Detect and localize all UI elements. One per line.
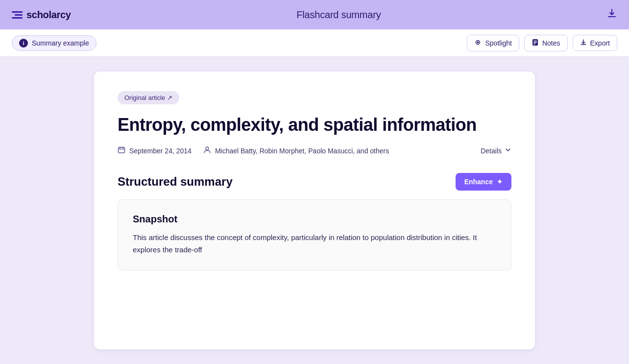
spotlight-button[interactable]: Spotlight — [467, 35, 519, 51]
spotlight-icon — [474, 39, 482, 48]
export-label: Export — [590, 39, 610, 47]
chevron-down-icon — [505, 146, 511, 155]
logo-icon — [12, 11, 23, 19]
original-article-label: Original article ↗ — [124, 94, 172, 101]
download-button[interactable] — [606, 8, 617, 22]
calendar-icon — [118, 146, 125, 155]
main-content: Original article ↗ Entropy, complexity, … — [0, 57, 629, 364]
app-name: scholarcy — [26, 9, 71, 21]
logo-area: scholarcy — [12, 9, 71, 21]
svg-point-1 — [477, 41, 479, 43]
notes-button[interactable]: Notes — [524, 35, 568, 51]
export-button[interactable]: Export — [573, 35, 617, 51]
article-authors: Michael Batty, Robin Morphet, Paolo Masu… — [215, 147, 389, 155]
svg-rect-5 — [533, 44, 535, 45]
snapshot-card: Snapshot This article discusses the conc… — [118, 199, 511, 270]
svg-rect-6 — [119, 147, 125, 153]
person-icon — [203, 146, 211, 155]
svg-rect-4 — [533, 42, 537, 43]
snapshot-title: Snapshot — [133, 214, 496, 225]
details-label: Details — [481, 147, 502, 155]
content-card: Original article ↗ Entropy, complexity, … — [94, 72, 535, 349]
svg-point-7 — [206, 147, 209, 150]
notes-icon — [532, 39, 539, 48]
structured-summary-title: Structured summary — [118, 175, 233, 189]
article-title: Entropy, complexity, and spatial informa… — [118, 114, 511, 135]
authors-meta: Michael Batty, Robin Morphet, Paolo Masu… — [203, 146, 389, 155]
export-icon — [580, 39, 587, 47]
page-title: Flashcard summary — [296, 9, 381, 21]
sub-header-actions: Spotlight Notes Export — [467, 35, 617, 51]
details-button[interactable]: Details — [481, 146, 511, 155]
summary-badge-label: Summary example — [32, 39, 89, 47]
info-icon: i — [19, 39, 28, 48]
article-date: September 24, 2014 — [129, 147, 192, 155]
original-article-link[interactable]: Original article ↗ — [118, 91, 179, 104]
enhance-label: Enhance — [464, 178, 493, 186]
structured-summary-header: Structured summary Enhance ✦ — [118, 173, 511, 191]
snapshot-text: This article discusses the concept of co… — [133, 232, 496, 256]
spotlight-label: Spotlight — [485, 39, 511, 47]
enhance-button[interactable]: Enhance ✦ — [456, 173, 511, 191]
sub-header: i Summary example Spotlight — [0, 29, 629, 57]
notes-label: Notes — [542, 39, 560, 47]
summary-badge[interactable]: i Summary example — [12, 35, 97, 51]
sparkle-icon: ✦ — [497, 178, 503, 186]
top-nav: scholarcy Flashcard summary — [0, 0, 629, 29]
svg-rect-3 — [533, 41, 537, 42]
meta-row: September 24, 2014 Michael Batty, Robin … — [118, 146, 511, 155]
date-meta: September 24, 2014 — [118, 146, 192, 155]
